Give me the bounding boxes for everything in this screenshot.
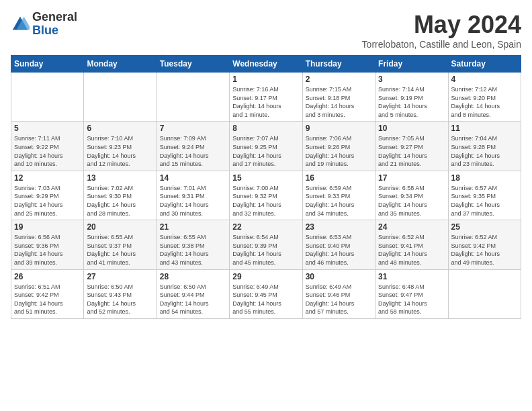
- calendar-cell: 10Sunrise: 7:05 AM Sunset: 9:27 PM Dayli…: [375, 122, 448, 171]
- calendar-cell: 12Sunrise: 7:03 AM Sunset: 9:29 PM Dayli…: [11, 171, 84, 220]
- day-content: Sunrise: 6:50 AM Sunset: 9:43 PM Dayligh…: [87, 283, 153, 316]
- calendar-cell: 28Sunrise: 6:50 AM Sunset: 9:44 PM Dayli…: [157, 269, 229, 318]
- calendar-cell: [11, 73, 84, 122]
- page-header: General Blue May 2024 Torrelobaton, Cast…: [11, 11, 521, 50]
- day-number: 19: [14, 222, 81, 232]
- calendar-cell: 30Sunrise: 6:49 AM Sunset: 9:46 PM Dayli…: [302, 269, 375, 318]
- week-row-4: 19Sunrise: 6:56 AM Sunset: 9:36 PM Dayli…: [11, 220, 521, 269]
- day-number: 2: [306, 75, 372, 84]
- calendar-cell: 7Sunrise: 7:09 AM Sunset: 9:24 PM Daylig…: [157, 122, 229, 171]
- day-content: Sunrise: 7:07 AM Sunset: 9:25 PM Dayligh…: [232, 134, 299, 168]
- day-number: 18: [451, 173, 518, 183]
- calendar-cell: 27Sunrise: 6:50 AM Sunset: 9:43 PM Dayli…: [84, 269, 157, 318]
- calendar-cell: 24Sunrise: 6:52 AM Sunset: 9:41 PM Dayli…: [375, 220, 448, 269]
- calendar-cell: 26Sunrise: 6:51 AM Sunset: 9:42 PM Dayli…: [11, 269, 84, 318]
- day-content: Sunrise: 7:16 AM Sunset: 9:17 PM Dayligh…: [232, 85, 299, 119]
- calendar-cell: 13Sunrise: 7:02 AM Sunset: 9:30 PM Dayli…: [84, 171, 157, 220]
- calendar-table: SundayMondayTuesdayWednesdayThursdayFrid…: [11, 55, 521, 319]
- day-content: Sunrise: 6:55 AM Sunset: 9:37 PM Dayligh…: [87, 233, 153, 267]
- day-content: Sunrise: 6:51 AM Sunset: 9:42 PM Dayligh…: [14, 283, 81, 316]
- day-number: 6: [87, 124, 153, 133]
- logo-icon: [11, 15, 30, 34]
- weekday-header-tuesday: Tuesday: [157, 56, 229, 73]
- day-number: 7: [160, 124, 226, 133]
- day-number: 21: [160, 222, 226, 232]
- weekday-header-row: SundayMondayTuesdayWednesdayThursdayFrid…: [11, 56, 521, 73]
- title-block: May 2024 Torrelobaton, Castille and Leon…: [362, 11, 521, 50]
- calendar-cell: 22Sunrise: 6:54 AM Sunset: 9:39 PM Dayli…: [230, 220, 302, 269]
- week-row-5: 26Sunrise: 6:51 AM Sunset: 9:42 PM Dayli…: [11, 269, 521, 318]
- weekday-header-monday: Monday: [84, 56, 157, 73]
- day-number: 23: [306, 222, 372, 232]
- day-number: 15: [232, 173, 299, 183]
- calendar-cell: 23Sunrise: 6:53 AM Sunset: 9:40 PM Dayli…: [302, 220, 375, 269]
- weekday-header-thursday: Thursday: [302, 56, 375, 73]
- day-content: Sunrise: 6:49 AM Sunset: 9:46 PM Dayligh…: [306, 283, 372, 316]
- day-content: Sunrise: 6:57 AM Sunset: 9:35 PM Dayligh…: [451, 184, 518, 218]
- day-content: Sunrise: 7:04 AM Sunset: 9:28 PM Dayligh…: [451, 134, 518, 168]
- day-content: Sunrise: 6:59 AM Sunset: 9:33 PM Dayligh…: [306, 184, 372, 218]
- day-content: Sunrise: 6:52 AM Sunset: 9:41 PM Dayligh…: [378, 233, 445, 267]
- week-row-2: 5Sunrise: 7:11 AM Sunset: 9:22 PM Daylig…: [11, 122, 521, 171]
- day-content: Sunrise: 7:03 AM Sunset: 9:29 PM Dayligh…: [14, 184, 81, 218]
- day-content: Sunrise: 7:14 AM Sunset: 9:19 PM Dayligh…: [378, 85, 445, 119]
- calendar-cell: 25Sunrise: 6:52 AM Sunset: 9:42 PM Dayli…: [448, 220, 521, 269]
- day-number: 22: [232, 222, 299, 232]
- calendar-cell: 18Sunrise: 6:57 AM Sunset: 9:35 PM Dayli…: [448, 171, 521, 220]
- day-number: 20: [87, 222, 153, 232]
- day-number: 27: [87, 272, 153, 281]
- day-content: Sunrise: 6:48 AM Sunset: 9:47 PM Dayligh…: [378, 283, 445, 316]
- calendar-cell: 1Sunrise: 7:16 AM Sunset: 9:17 PM Daylig…: [230, 73, 302, 122]
- calendar-cell: 2Sunrise: 7:15 AM Sunset: 9:18 PM Daylig…: [302, 73, 375, 122]
- day-content: Sunrise: 7:12 AM Sunset: 9:20 PM Dayligh…: [451, 85, 518, 119]
- week-row-3: 12Sunrise: 7:03 AM Sunset: 9:29 PM Dayli…: [11, 171, 521, 220]
- day-number: 10: [378, 124, 445, 133]
- calendar-cell: 17Sunrise: 6:58 AM Sunset: 9:34 PM Dayli…: [375, 171, 448, 220]
- day-number: 1: [232, 75, 299, 84]
- day-number: 30: [306, 272, 372, 281]
- day-content: Sunrise: 6:58 AM Sunset: 9:34 PM Dayligh…: [378, 184, 445, 218]
- day-content: Sunrise: 7:11 AM Sunset: 9:22 PM Dayligh…: [14, 134, 81, 168]
- day-content: Sunrise: 7:09 AM Sunset: 9:24 PM Dayligh…: [160, 134, 226, 168]
- calendar-cell: [448, 269, 521, 318]
- calendar-cell: 20Sunrise: 6:55 AM Sunset: 9:37 PM Dayli…: [84, 220, 157, 269]
- day-number: 12: [14, 173, 81, 183]
- day-content: Sunrise: 6:53 AM Sunset: 9:40 PM Dayligh…: [306, 233, 372, 267]
- day-number: 29: [232, 272, 299, 281]
- day-content: Sunrise: 6:56 AM Sunset: 9:36 PM Dayligh…: [14, 233, 81, 267]
- calendar-cell: 4Sunrise: 7:12 AM Sunset: 9:20 PM Daylig…: [448, 73, 521, 122]
- calendar-cell: 11Sunrise: 7:04 AM Sunset: 9:28 PM Dayli…: [448, 122, 521, 171]
- day-number: 28: [160, 272, 226, 281]
- weekday-header-saturday: Saturday: [448, 56, 521, 73]
- day-number: 8: [232, 124, 299, 133]
- day-content: Sunrise: 7:02 AM Sunset: 9:30 PM Dayligh…: [87, 184, 153, 218]
- logo-general-text: General: [32, 11, 77, 24]
- logo-text: General Blue: [32, 11, 77, 38]
- weekday-header-friday: Friday: [375, 56, 448, 73]
- calendar-cell: 21Sunrise: 6:55 AM Sunset: 9:38 PM Dayli…: [157, 220, 229, 269]
- day-number: 31: [378, 272, 445, 281]
- day-content: Sunrise: 6:55 AM Sunset: 9:38 PM Dayligh…: [160, 233, 226, 267]
- day-number: 24: [378, 222, 445, 232]
- logo-blue-text: Blue: [32, 24, 77, 38]
- calendar-cell: [157, 73, 229, 122]
- day-number: 5: [14, 124, 81, 133]
- day-content: Sunrise: 7:00 AM Sunset: 9:32 PM Dayligh…: [232, 184, 299, 218]
- calendar-cell: 8Sunrise: 7:07 AM Sunset: 9:25 PM Daylig…: [230, 122, 302, 171]
- day-content: Sunrise: 7:01 AM Sunset: 9:31 PM Dayligh…: [160, 184, 226, 218]
- day-number: 26: [14, 272, 81, 281]
- day-content: Sunrise: 6:49 AM Sunset: 9:45 PM Dayligh…: [232, 283, 299, 316]
- week-row-1: 1Sunrise: 7:16 AM Sunset: 9:17 PM Daylig…: [11, 73, 521, 122]
- calendar-cell: 19Sunrise: 6:56 AM Sunset: 9:36 PM Dayli…: [11, 220, 84, 269]
- day-number: 14: [160, 173, 226, 183]
- day-number: 3: [378, 75, 445, 84]
- calendar-cell: 14Sunrise: 7:01 AM Sunset: 9:31 PM Dayli…: [157, 171, 229, 220]
- day-number: 17: [378, 173, 445, 183]
- day-number: 4: [451, 75, 518, 84]
- calendar-cell: 3Sunrise: 7:14 AM Sunset: 9:19 PM Daylig…: [375, 73, 448, 122]
- day-number: 9: [306, 124, 372, 133]
- day-number: 16: [306, 173, 372, 183]
- calendar-cell: 15Sunrise: 7:00 AM Sunset: 9:32 PM Dayli…: [230, 171, 302, 220]
- weekday-header-sunday: Sunday: [11, 56, 84, 73]
- day-content: Sunrise: 7:05 AM Sunset: 9:27 PM Dayligh…: [378, 134, 445, 168]
